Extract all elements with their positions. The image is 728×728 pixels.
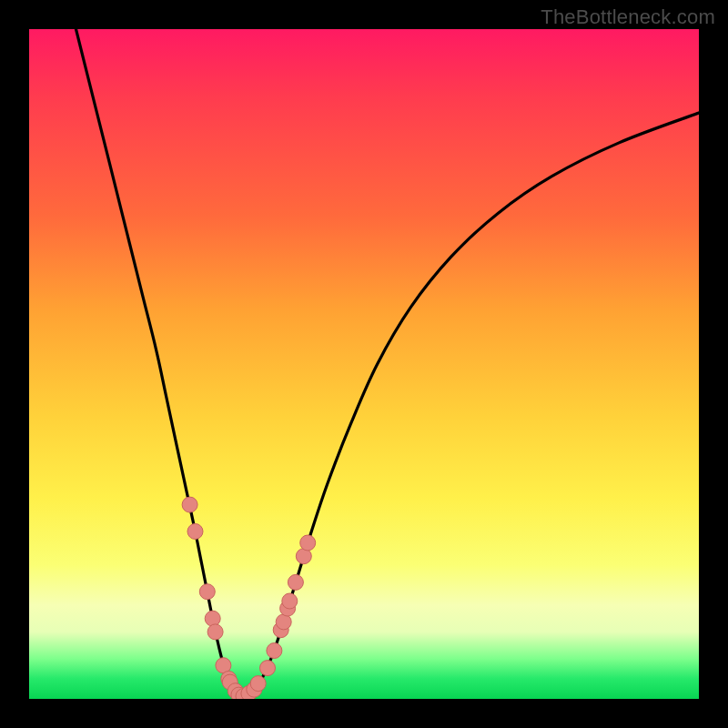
data-marker (199, 584, 215, 600)
outer-frame: TheBottleneck.com (0, 0, 728, 728)
curve-right (243, 113, 699, 698)
data-marker (187, 524, 203, 540)
data-marker (267, 643, 282, 659)
curve-group (76, 29, 700, 698)
data-marker (182, 497, 197, 512)
plot-area (29, 29, 699, 699)
chart-svg (29, 29, 699, 699)
watermark-label: TheBottleneck.com (541, 5, 715, 29)
data-marker (300, 535, 316, 551)
data-marker (207, 624, 223, 640)
data-marker (250, 676, 266, 692)
curve-left (76, 29, 243, 698)
data-marker (288, 574, 303, 590)
data-marker (260, 661, 276, 676)
marker-group (182, 497, 316, 699)
data-marker (205, 611, 220, 626)
data-marker (282, 593, 298, 609)
